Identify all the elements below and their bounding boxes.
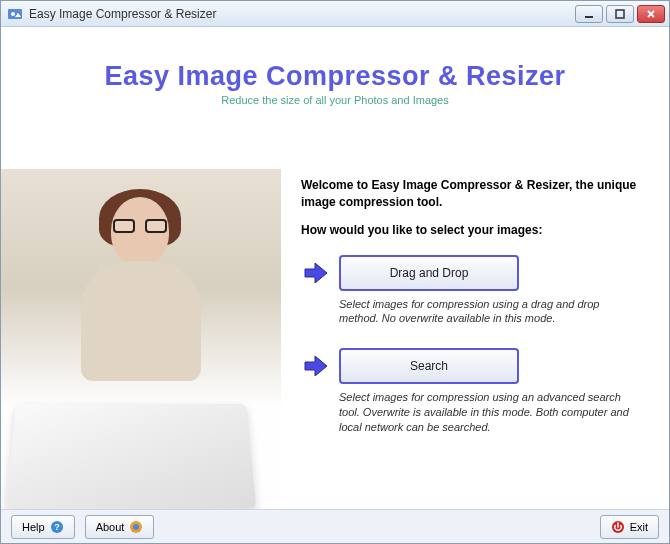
welcome-text: Welcome to Easy Image Compressor & Resiz… — [301, 177, 651, 211]
decorative-photo — [1, 169, 281, 509]
minimize-button[interactable] — [575, 5, 603, 23]
app-window: Easy Image Compressor & Resizer Easy Ima… — [0, 0, 670, 544]
window-title: Easy Image Compressor & Resizer — [29, 7, 575, 21]
about-icon — [129, 520, 143, 534]
main-panel: Welcome to Easy Image Compressor & Resiz… — [301, 177, 651, 457]
app-icon — [7, 6, 23, 22]
option-search: Search — [301, 348, 651, 384]
exit-button[interactable]: Exit — [600, 515, 659, 539]
option-drag-drop: Drag and Drop — [301, 255, 651, 291]
svg-rect-2 — [585, 16, 593, 18]
drag-and-drop-description: Select images for compression using a dr… — [339, 297, 639, 327]
search-description: Select images for compression using an a… — [339, 390, 639, 435]
help-label: Help — [22, 521, 45, 533]
svg-point-1 — [11, 12, 15, 16]
titlebar: Easy Image Compressor & Resizer — [1, 1, 669, 27]
power-icon — [611, 520, 625, 534]
help-button[interactable]: Help ? — [11, 515, 75, 539]
svg-text:?: ? — [54, 522, 60, 532]
arrow-right-icon — [301, 352, 329, 380]
maximize-button[interactable] — [606, 5, 634, 23]
app-header: Easy Image Compressor & Resizer Reduce t… — [1, 27, 669, 106]
svg-rect-3 — [616, 10, 624, 18]
search-button[interactable]: Search — [339, 348, 519, 384]
arrow-right-icon — [301, 259, 329, 287]
drag-and-drop-button[interactable]: Drag and Drop — [339, 255, 519, 291]
app-title: Easy Image Compressor & Resizer — [1, 61, 669, 92]
about-label: About — [96, 521, 125, 533]
exit-label: Exit — [630, 521, 648, 533]
footer-bar: Help ? About Exit — [1, 509, 669, 543]
content-area: Easy Image Compressor & Resizer Reduce t… — [1, 27, 669, 509]
svg-point-7 — [133, 524, 139, 530]
about-button[interactable]: About — [85, 515, 155, 539]
app-tagline: Reduce the size of all your Photos and I… — [1, 94, 669, 106]
prompt-text: How would you like to select your images… — [301, 223, 651, 237]
help-icon: ? — [50, 520, 64, 534]
window-controls — [575, 5, 665, 23]
close-button[interactable] — [637, 5, 665, 23]
